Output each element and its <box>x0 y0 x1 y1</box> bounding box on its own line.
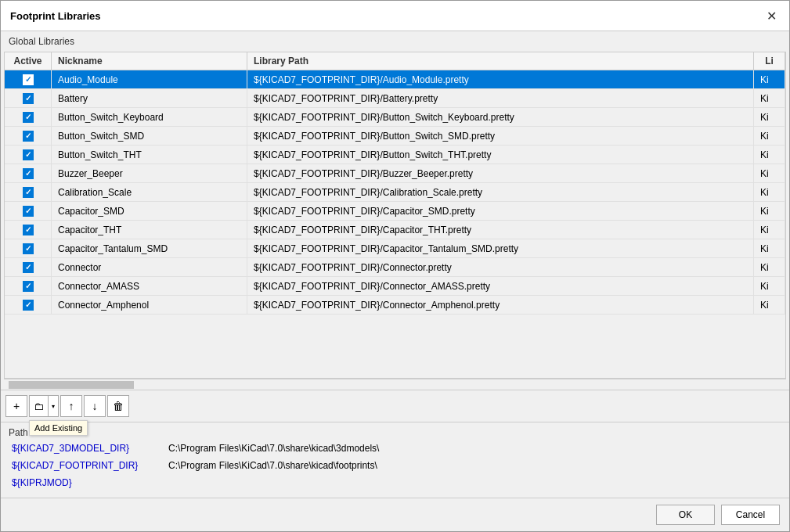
cell-active[interactable] <box>5 277 52 295</box>
checkbox[interactable] <box>23 187 34 198</box>
cell-path: ${KICAD7_FOOTPRINT_DIR}/Capacitor_SMD.pr… <box>247 202 754 220</box>
table-row[interactable]: Capacitor_SMD${KICAD7_FOOTPRINT_DIR}/Cap… <box>5 202 785 221</box>
cell-nickname: Connector_AMASS <box>52 277 247 295</box>
cell-active[interactable] <box>5 127 52 145</box>
cell-active[interactable] <box>5 70 52 88</box>
cell-lib: Ki <box>754 146 785 164</box>
table-row[interactable]: Capacitor_THT${KICAD7_FOOTPRINT_DIR}/Cap… <box>5 221 785 239</box>
cell-nickname: Capacitor_THT <box>52 221 247 239</box>
cell-nickname: Buzzer_Beeper <box>52 164 247 182</box>
cell-nickname: Connector <box>52 258 247 276</box>
checkbox[interactable] <box>23 74 34 85</box>
cell-nickname: Capacitor_Tantalum_SMD <box>52 239 247 257</box>
path-value <box>165 476 781 493</box>
cell-lib: Ki <box>754 164 785 182</box>
checkbox[interactable] <box>23 206 34 217</box>
cell-active[interactable] <box>5 296 52 314</box>
checkbox[interactable] <box>23 131 34 142</box>
table-row[interactable]: Buzzer_Beeper${KICAD7_FOOTPRINT_DIR}/Buz… <box>5 164 785 183</box>
horizontal-scrollbar[interactable] <box>4 379 786 390</box>
add-folder-dropdown[interactable]: ▾ <box>48 395 59 417</box>
col-nickname: Nickname <box>52 52 247 70</box>
cell-lib: Ki <box>754 221 785 239</box>
cell-path: ${KICAD7_FOOTPRINT_DIR}/Button_Switch_SM… <box>247 127 754 145</box>
folder-button-group: 🗀 ▾ Add Existing <box>29 395 59 417</box>
path-value: C:\Program Files\KiCad\7.0\share\kicad\f… <box>165 458 781 476</box>
cell-lib: Ki <box>754 89 785 107</box>
table-row[interactable]: Connector_AMASS${KICAD7_FOOTPRINT_DIR}/C… <box>5 277 785 296</box>
table-header: Active Nickname Library Path Li <box>4 52 786 70</box>
footprint-libraries-dialog: Footprint Libraries ✕ Global Libraries A… <box>0 0 790 532</box>
cell-active[interactable] <box>5 164 52 182</box>
checkbox[interactable] <box>23 262 34 273</box>
add-folder-button[interactable]: 🗀 <box>29 395 48 417</box>
checkbox[interactable] <box>23 93 34 104</box>
cell-path: ${KICAD7_FOOTPRINT_DIR}/Audio_Module.pre… <box>247 70 754 88</box>
path-row: ${KIPRJMOD} <box>9 476 781 493</box>
cell-path: ${KICAD7_FOOTPRINT_DIR}/Capacitor_THT.pr… <box>247 221 754 239</box>
table-row[interactable]: Calibration_Scale${KICAD7_FOOTPRINT_DIR}… <box>5 183 785 202</box>
section-label: Global Libraries <box>1 31 789 52</box>
cell-lib: Ki <box>754 277 785 295</box>
cell-lib: Ki <box>754 239 785 257</box>
cell-lib: Ki <box>754 296 785 314</box>
path-variable: ${KIPRJMOD} <box>9 476 165 493</box>
path-table: ${KICAD7_3DMODEL_DIR}C:\Program Files\Ki… <box>9 441 781 493</box>
cell-active[interactable] <box>5 239 52 257</box>
checkbox[interactable] <box>23 300 34 311</box>
table-body[interactable]: Audio_Module${KICAD7_FOOTPRINT_DIR}/Audi… <box>4 70 786 379</box>
checkbox[interactable] <box>23 225 34 235</box>
title-bar: Footprint Libraries ✕ <box>1 1 789 31</box>
table-row[interactable]: Capacitor_Tantalum_SMD${KICAD7_FOOTPRINT… <box>5 239 785 258</box>
move-down-button[interactable]: ↓ <box>84 395 106 417</box>
libraries-table-container: Active Nickname Library Path Li Audio_Mo… <box>4 52 786 390</box>
table-row[interactable]: Button_Switch_SMD${KICAD7_FOOTPRINT_DIR}… <box>5 127 785 146</box>
cell-path: ${KICAD7_FOOTPRINT_DIR}/Buzzer_Beeper.pr… <box>247 164 754 182</box>
table-row[interactable]: Audio_Module${KICAD7_FOOTPRINT_DIR}/Audi… <box>5 70 785 89</box>
table-row[interactable]: Connector${KICAD7_FOOTPRINT_DIR}/Connect… <box>5 258 785 277</box>
cell-nickname: Button_Switch_THT <box>52 146 247 164</box>
path-substitutions-title: Path Substitutions <box>9 427 781 438</box>
close-button[interactable]: ✕ <box>763 7 780 24</box>
cell-nickname: Button_Switch_Keyboard <box>52 108 247 126</box>
checkbox[interactable] <box>23 168 34 179</box>
table-row[interactable]: Button_Switch_Keyboard${KICAD7_FOOTPRINT… <box>5 108 785 127</box>
delete-button[interactable]: 🗑 <box>107 395 129 417</box>
cell-lib: Ki <box>754 183 785 201</box>
cell-lib: Ki <box>754 108 785 126</box>
cell-active[interactable] <box>5 221 52 239</box>
cell-active[interactable] <box>5 146 52 164</box>
cell-path: ${KICAD7_FOOTPRINT_DIR}/Capacitor_Tantal… <box>247 239 754 257</box>
ok-button[interactable]: OK <box>656 505 715 525</box>
cell-path: ${KICAD7_FOOTPRINT_DIR}/Connector_AMASS.… <box>247 277 754 295</box>
cell-active[interactable] <box>5 202 52 220</box>
add-button[interactable]: + <box>5 395 27 417</box>
cell-lib: Ki <box>754 202 785 220</box>
cell-active[interactable] <box>5 108 52 126</box>
checkbox[interactable] <box>23 243 34 254</box>
path-substitutions-section: Path Substitutions ${KICAD7_3DMODEL_DIR}… <box>1 422 789 498</box>
table-row[interactable]: Button_Switch_THT${KICAD7_FOOTPRINT_DIR}… <box>5 146 785 164</box>
cell-nickname: Capacitor_SMD <box>52 202 247 220</box>
cell-active[interactable] <box>5 258 52 276</box>
cell-nickname: Battery <box>52 89 247 107</box>
checkbox[interactable] <box>23 149 34 160</box>
col-path: Library Path <box>247 52 754 70</box>
cell-nickname: Audio_Module <box>52 70 247 88</box>
checkbox[interactable] <box>23 112 34 123</box>
cell-active[interactable] <box>5 183 52 201</box>
cell-nickname: Calibration_Scale <box>52 183 247 201</box>
cell-path: ${KICAD7_FOOTPRINT_DIR}/Connector_Amphen… <box>247 296 754 314</box>
table-row[interactable]: Connector_Amphenol${KICAD7_FOOTPRINT_DIR… <box>5 296 785 315</box>
cell-path: ${KICAD7_FOOTPRINT_DIR}/Button_Switch_TH… <box>247 146 754 164</box>
path-value: C:\Program Files\KiCad\7.0\share\kicad\3… <box>165 441 781 458</box>
dialog-title: Footprint Libraries <box>10 10 101 22</box>
move-up-button[interactable]: ↑ <box>60 395 82 417</box>
col-lib: Li <box>754 52 785 70</box>
cancel-button[interactable]: Cancel <box>721 505 780 525</box>
table-row[interactable]: Battery${KICAD7_FOOTPRINT_DIR}/Battery.p… <box>5 89 785 108</box>
checkbox[interactable] <box>23 281 34 292</box>
cell-active[interactable] <box>5 89 52 107</box>
path-row: ${KICAD7_3DMODEL_DIR}C:\Program Files\Ki… <box>9 441 781 458</box>
path-variable: ${KICAD7_FOOTPRINT_DIR} <box>9 458 165 476</box>
